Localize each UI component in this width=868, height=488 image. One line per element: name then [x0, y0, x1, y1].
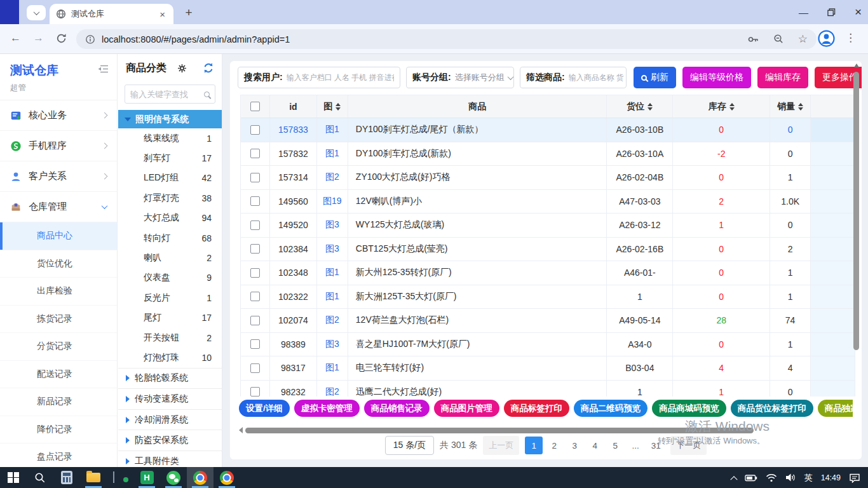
url-text[interactable]: localhost:8080/#/pages/admin/admin?appid…	[102, 34, 747, 44]
window-close-button[interactable]: ×	[855, 5, 862, 19]
page-number[interactable]: ...	[627, 437, 644, 454]
action-button[interactable]: 商品图片管理	[434, 400, 499, 417]
row-checkbox[interactable]	[241, 309, 270, 332]
table-row[interactable]: 149560 图19 12V喇叭(博声)小 A47-03-03 2 1.0K	[241, 190, 855, 214]
back-icon[interactable]: ←	[10, 32, 21, 44]
sidebar-submenu-item[interactable]: 商品中心	[0, 222, 117, 250]
row-checkbox[interactable]	[241, 238, 270, 261]
image-link[interactable]: 图2	[317, 166, 348, 189]
column-stock[interactable]: 库存	[673, 95, 770, 118]
action-button[interactable]: 商品独家销售管理	[818, 400, 853, 417]
sidebar-submenu-item[interactable]: 出库检验	[0, 278, 117, 306]
action-button[interactable]: 设置/详细	[239, 400, 290, 417]
address-bar[interactable]: localhost:8080/#/pages/admin/admin?appid…	[76, 29, 817, 49]
category-item[interactable]: 转向灯 68	[118, 228, 222, 248]
category-group[interactable]: 冷却润滑系统	[118, 409, 222, 430]
clock[interactable]: 14:49	[821, 473, 841, 482]
sidebar-collapse-icon[interactable]	[98, 64, 109, 74]
action-button[interactable]: 商品标签打印	[504, 400, 569, 417]
wifi-icon[interactable]	[766, 473, 777, 482]
image-link[interactable]: 图19	[317, 190, 348, 214]
page-number[interactable]: 4	[586, 437, 604, 454]
taskbar-chrome-2[interactable]	[214, 467, 240, 488]
image-link[interactable]: 图2	[317, 309, 348, 332]
tray-expand-icon[interactable]	[730, 476, 737, 483]
profile-avatar[interactable]	[818, 30, 835, 47]
page-number[interactable]: 3	[566, 437, 583, 454]
category-item[interactable]: 仪表盘 9	[118, 268, 222, 288]
sort-icon[interactable]	[648, 103, 653, 111]
image-link[interactable]: 图1	[317, 261, 348, 285]
image-link[interactable]: 图3	[317, 238, 348, 261]
taskbar-wechat[interactable]	[160, 467, 187, 488]
vertical-scrollbar[interactable]	[853, 64, 860, 431]
table-row[interactable]: 102348 图1 新大州125-35转灯(原厂) A46-01- 0 1	[241, 261, 855, 285]
account-group-select[interactable]: 账号分组: 选择账号分组	[406, 67, 514, 88]
table-row[interactable]: 157314 图2 ZY100大灯总成(好)巧格 A26-02-04B 0 1	[241, 166, 855, 190]
column-sales[interactable]: 销量	[770, 95, 811, 118]
prev-page-button[interactable]: 上一页	[483, 436, 519, 455]
category-group[interactable]: 防盗安保系统	[118, 430, 222, 451]
sort-icon[interactable]	[798, 103, 803, 111]
browser-tab[interactable]: 测试仓库 ×	[50, 4, 173, 24]
category-item[interactable]: 反光片 1	[118, 288, 222, 308]
row-checkbox[interactable]	[241, 118, 270, 142]
sort-icon[interactable]	[729, 103, 735, 111]
language-indicator[interactable]: 英	[804, 472, 813, 484]
forward-icon[interactable]: →	[33, 32, 44, 44]
scroll-up-icon[interactable]	[854, 64, 859, 67]
row-checkbox[interactable]	[241, 142, 270, 166]
browser-menu-icon[interactable]: ⋮	[845, 31, 857, 44]
taskbar-remote-desktop[interactable]	[107, 467, 133, 488]
column-name[interactable]: 商品	[348, 95, 607, 118]
volume-icon[interactable]	[785, 473, 796, 482]
table-row[interactable]: 157833 图1 DY100刹车灯总成/尾灯（新款） A26-03-10B 0…	[241, 118, 855, 142]
action-center-icon[interactable]	[849, 473, 860, 483]
action-button[interactable]: 商品商城码预览	[652, 400, 726, 417]
tab-close-icon[interactable]: ×	[158, 9, 167, 20]
category-group[interactable]: 轮胎轮毂系统	[118, 368, 222, 389]
sidebar-item-mobile-app[interactable]: 手机程序	[0, 131, 117, 161]
taskbar-search-button[interactable]	[27, 467, 53, 488]
taskbar-calculator[interactable]	[53, 467, 80, 488]
password-key-icon[interactable]	[747, 34, 759, 44]
table-row[interactable]: 149520 图3 WY125大灯总成(玻璃) A26-03-12 1 0	[241, 214, 855, 238]
refresh-icon[interactable]	[203, 62, 214, 74]
page-size-select[interactable]: 15 条/页	[385, 436, 434, 455]
column-slot[interactable]: 货位	[607, 95, 673, 118]
sidebar-item-warehouse[interactable]: 仓库管理	[0, 192, 117, 222]
taskbar-hbuilder[interactable]: H	[133, 467, 160, 488]
toolbar-button[interactable]: 编辑库存	[757, 67, 808, 88]
category-item[interactable]: 线束线缆 1	[118, 128, 222, 148]
category-search[interactable]	[125, 85, 215, 104]
toolbar-button[interactable]: 刷新	[634, 67, 676, 88]
category-item[interactable]: 灯泡灯珠 10	[118, 348, 222, 367]
row-checkbox[interactable]	[241, 166, 270, 189]
category-item[interactable]: 灯罩灯壳 38	[118, 188, 222, 208]
image-link[interactable]: 图3	[317, 333, 348, 356]
table-row[interactable]: 102074 图2 12V荷兰盘大灯泡(石栏) A49-05-14 28 74	[241, 309, 855, 333]
start-button[interactable]	[0, 467, 27, 488]
scrollbar-thumb[interactable]	[245, 428, 754, 433]
category-group[interactable]: 传动变速系统	[118, 388, 222, 409]
user-search-input[interactable]	[287, 73, 394, 82]
table-row[interactable]: 102384 图3 CBT125大灯总成(莹亮) A26-02-16B 0 2	[241, 238, 855, 262]
image-link[interactable]: 图1	[317, 118, 348, 142]
row-checkbox[interactable]	[241, 261, 270, 285]
category-group[interactable]: 工具附件类	[118, 451, 222, 467]
bookmark-star-icon[interactable]: ☆	[798, 32, 808, 46]
image-link[interactable]: 图1	[317, 356, 348, 380]
toolbar-button[interactable]: 编辑等级价格	[682, 67, 751, 88]
tab-search-button[interactable]	[27, 5, 46, 20]
taskbar-chrome-active[interactable]	[187, 467, 214, 488]
select-all-checkbox[interactable]	[241, 95, 270, 118]
sort-icon[interactable]	[336, 103, 341, 111]
category-item[interactable]: 开关按钮 2	[118, 328, 222, 348]
scrollbar-thumb[interactable]	[853, 72, 859, 350]
row-checkbox[interactable]	[241, 333, 270, 356]
taskbar-file-explorer[interactable]	[80, 467, 107, 488]
battery-icon[interactable]	[745, 473, 757, 483]
scroll-left-icon[interactable]	[239, 427, 243, 433]
category-item[interactable]: LED灯组 42	[118, 168, 222, 188]
category-item[interactable]: 刹车灯 17	[118, 148, 222, 168]
